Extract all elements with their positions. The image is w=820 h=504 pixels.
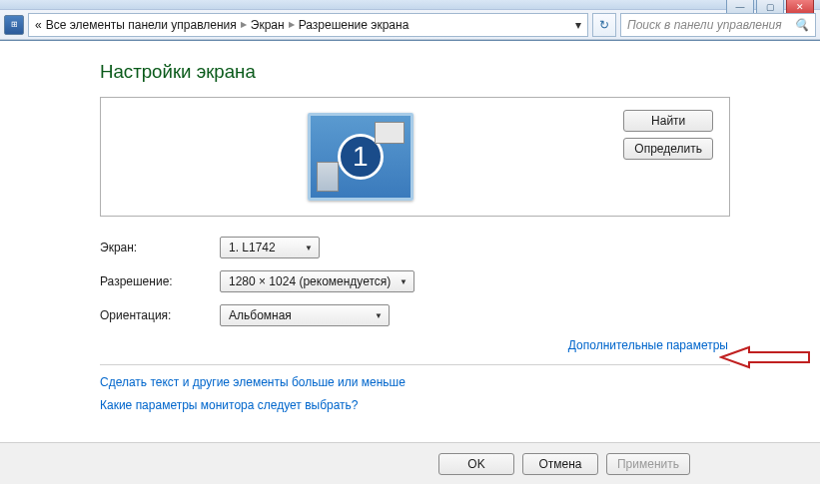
window-titlebar: — ▢ ✕ — [0, 0, 820, 10]
orientation-dropdown[interactable]: Альбомная ▼ — [220, 304, 390, 326]
cancel-button[interactable]: Отмена — [522, 453, 598, 475]
arrow-annotation-icon — [719, 343, 811, 371]
resolution-row: Разрешение: 1280 × 1024 (рекомендуется) … — [100, 270, 730, 292]
breadcrumb-item[interactable]: Все элементы панели управления — [46, 18, 237, 32]
chevron-down-icon[interactable]: ▾ — [575, 18, 581, 32]
settings-form: Экран: 1. L1742 ▼ Разрешение: 1280 × 102… — [100, 237, 730, 326]
text-size-link[interactable]: Сделать текст и другие элементы больше и… — [100, 375, 730, 389]
refresh-icon: ↻ — [599, 18, 609, 32]
back-chevrons-icon: « — [35, 18, 42, 32]
orientation-label: Ориентация: — [100, 308, 220, 322]
dialog-button-bar: OK Отмена Применить — [0, 442, 820, 484]
display-label: Экран: — [100, 241, 220, 254]
panel-buttons: Найти Определить — [619, 106, 717, 208]
address-bar: ⊞ « Все элементы панели управления ▶ Экр… — [0, 10, 820, 40]
monitor-preview-panel: 1 Найти Определить — [100, 97, 730, 217]
display-dropdown[interactable]: 1. L1742 ▼ — [220, 237, 320, 258]
resolution-value: 1280 × 1024 (рекомендуется) — [229, 274, 391, 288]
breadcrumb[interactable]: « Все элементы панели управления ▶ Экран… — [28, 13, 588, 37]
content-area: Настройки экрана 1 Найти Определить Экра… — [0, 41, 820, 431]
control-panel-icon: ⊞ — [4, 15, 24, 35]
advanced-settings-link[interactable]: Дополнительные параметры — [568, 338, 728, 352]
orientation-row: Ориентация: Альбомная ▼ — [100, 304, 730, 326]
search-input[interactable]: Поиск в панели управления 🔍 — [620, 13, 816, 37]
apply-button[interactable]: Применить — [606, 453, 690, 475]
window-preview-icon — [317, 162, 339, 192]
chevron-down-icon: ▼ — [375, 311, 383, 320]
orientation-value: Альбомная — [229, 308, 292, 322]
advanced-link-row: Дополнительные параметры — [100, 338, 730, 352]
chevron-right-icon: ▶ — [289, 20, 295, 29]
monitor-preview[interactable]: 1 — [113, 106, 607, 208]
monitor-help-link[interactable]: Какие параметры монитора следует выбрать… — [100, 398, 730, 412]
monitor-thumbnail[interactable]: 1 — [308, 113, 413, 201]
refresh-button[interactable]: ↻ — [592, 13, 616, 37]
chevron-right-icon: ▶ — [241, 20, 247, 29]
chevron-down-icon: ▼ — [305, 244, 313, 252]
identify-button[interactable]: Определить — [623, 138, 713, 160]
help-links: Сделать текст и другие элементы больше и… — [100, 375, 730, 412]
ok-button[interactable]: OK — [438, 453, 514, 475]
page-title: Настройки экрана — [100, 61, 730, 83]
display-row: Экран: 1. L1742 ▼ — [100, 237, 730, 258]
search-icon: 🔍 — [794, 18, 809, 32]
chevron-down-icon: ▼ — [400, 277, 408, 286]
window-preview-icon — [375, 122, 405, 144]
display-value: 1. L1742 — [229, 241, 276, 254]
resolution-dropdown[interactable]: 1280 × 1024 (рекомендуется) ▼ — [220, 270, 414, 292]
divider — [100, 364, 730, 365]
detect-button[interactable]: Найти — [623, 110, 713, 132]
search-placeholder: Поиск в панели управления — [627, 18, 782, 32]
breadcrumb-item[interactable]: Экран — [251, 18, 285, 32]
resolution-label: Разрешение: — [100, 274, 220, 288]
breadcrumb-item[interactable]: Разрешение экрана — [299, 18, 410, 32]
